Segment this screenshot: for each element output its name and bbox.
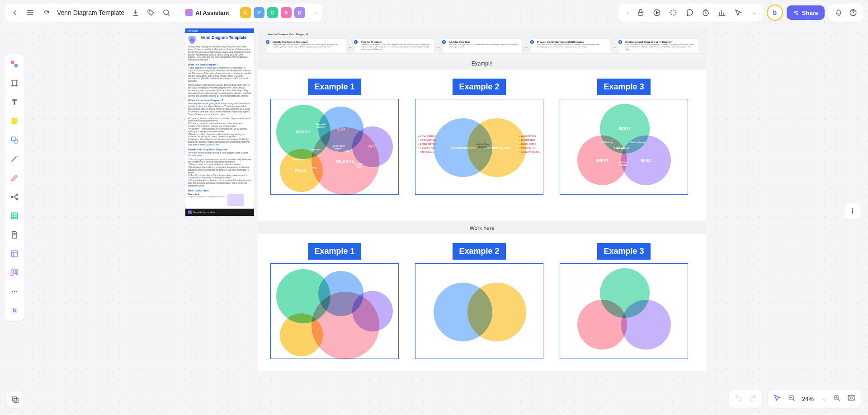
topbar: Venn Diagram Template AI Assistant A P C… (5, 4, 863, 22)
lock-icon[interactable] (637, 9, 645, 17)
layers-button[interactable] (7, 392, 24, 408)
svg-point-10 (11, 196, 13, 197)
svg-point-7 (14, 64, 18, 67)
download-icon[interactable] (132, 9, 140, 17)
kanban-icon[interactable] (9, 267, 20, 278)
step-card[interactable]: 3Add the Data SetsNext step, insert your… (443, 39, 522, 53)
mindmap-icon[interactable] (9, 191, 20, 202)
overlap-mid: Loves a Fiery Approach (473, 143, 491, 148)
chevron-left-icon[interactable]: ‹ (314, 9, 316, 16)
tag-icon[interactable] (147, 9, 155, 17)
circle[interactable] (280, 313, 323, 356)
circle-email[interactable]: EMAIL (280, 149, 323, 192)
example-label[interactable]: Example 3 (597, 243, 650, 260)
doc-panel[interactable]: Template Venn Diagram Template Among man… (185, 28, 254, 216)
svg-text:b: b (13, 308, 16, 313)
svg-point-12 (16, 198, 18, 200)
example-label[interactable]: Example 2 (453, 79, 505, 95)
menu-icon[interactable] (26, 9, 34, 17)
circle[interactable] (311, 292, 379, 359)
svg-rect-24 (14, 398, 18, 402)
topbar-right: › ⌄ b Share (618, 4, 863, 22)
arrow-icon: → (613, 46, 616, 50)
fit-icon[interactable] (847, 394, 855, 404)
template-icon[interactable] (9, 248, 20, 259)
example-section[interactable]: Example Example 1 SOCIAL SEO PPC WEBSITE… (258, 58, 706, 220)
arrow-icon: → (348, 46, 352, 50)
frame-icon[interactable] (9, 78, 20, 89)
avatar[interactable]: P (254, 7, 264, 18)
pointer-icon[interactable] (773, 394, 781, 404)
doc-icon[interactable] (9, 229, 20, 240)
example-label[interactable]: Example 1 (308, 243, 361, 260)
chevron-right-icon[interactable]: › (627, 9, 628, 16)
chevron-down-icon[interactable]: ⌄ (752, 9, 757, 16)
shapes-icon[interactable] (9, 59, 20, 70)
step-card[interactable]: 1Identify the Data to RepresentIdentify … (267, 39, 346, 53)
avatar[interactable]: S (281, 7, 292, 18)
venn-box-3[interactable]: BODY SPIRIT MIND BALANCE Self healing He… (560, 99, 688, 195)
connector-icon[interactable] (9, 154, 20, 164)
share-button[interactable]: Share (787, 5, 825, 20)
overlap-s2: Keywords (311, 148, 321, 151)
venn-blank-3[interactable] (560, 263, 688, 359)
pen-icon[interactable] (9, 173, 20, 183)
zoom-out-icon[interactable] (788, 394, 796, 404)
arrow-icon: → (524, 46, 528, 50)
example-label[interactable]: Example 1 (308, 79, 361, 95)
circle[interactable] (621, 300, 671, 350)
avatar[interactable]: C (267, 7, 278, 18)
undo-icon[interactable] (734, 394, 742, 404)
chart-icon[interactable] (718, 9, 726, 17)
venn-box-2[interactable]: Egotistical Aries Domineering Leo Loves … (415, 99, 543, 195)
tool-thumb[interactable] (227, 194, 244, 206)
ai-assistant-button[interactable]: AI Assistant (185, 9, 229, 16)
work-section[interactable]: Work here Example 1 Example 2 Example 3 (258, 222, 706, 371)
steps-row[interactable]: How to Create a Venn Diagram? 1Identify … (258, 28, 708, 55)
circle[interactable] (467, 283, 526, 341)
venn-box-1[interactable]: SOCIAL SEO PPC WEBSITE EMAIL Clean code … (270, 99, 399, 195)
example-col: Example 2 (415, 243, 543, 359)
apps-icon[interactable]: b (9, 305, 20, 316)
circle-website[interactable]: WEBSITE (311, 127, 379, 195)
help-icon[interactable] (849, 9, 857, 17)
step-card[interactable]: 4Present the Similarities and Difference… (531, 39, 610, 53)
timer-icon[interactable] (702, 9, 710, 17)
sticky-icon[interactable] (9, 116, 20, 126)
doc-title[interactable]: Venn Diagram Template (57, 9, 124, 16)
example-col: Example 1 (270, 243, 399, 359)
overlap-core: Clean code content (330, 145, 348, 150)
avatar[interactable]: D (294, 7, 305, 18)
doc-p4: There are several benefits of using a Ve… (188, 152, 251, 157)
more-icon[interactable] (9, 286, 20, 297)
zoom-chev[interactable]: ⌄ (822, 396, 826, 402)
bottom-controls: 24% ⌄ (729, 390, 861, 408)
example-label[interactable]: Example 2 (453, 243, 505, 260)
circle[interactable] (577, 300, 627, 350)
avatar[interactable]: A (240, 7, 251, 18)
shape-icon[interactable] (9, 135, 20, 145)
bell-icon[interactable] (835, 9, 843, 17)
venn-blank-2[interactable] (415, 263, 543, 359)
text-icon[interactable] (9, 97, 20, 107)
svg-point-20 (16, 291, 18, 293)
zoom-value[interactable]: 24% (802, 396, 814, 402)
step-card[interactable]: 5Customize and Share the Venn DiagramCol… (619, 39, 698, 53)
history-group (729, 390, 762, 408)
table-icon[interactable] (9, 210, 20, 221)
search-icon[interactable] (162, 9, 170, 17)
redo-icon[interactable] (749, 394, 757, 404)
comment-icon[interactable] (685, 9, 693, 17)
cursor-icon[interactable] (734, 9, 742, 17)
zoom-in-icon[interactable] (833, 394, 841, 404)
svg-rect-2 (638, 12, 643, 15)
sparkle-icon[interactable] (669, 9, 677, 17)
example-label[interactable]: Example 3 (597, 79, 650, 95)
step-card[interactable]: 2Pick the TemplateDecide on the template… (355, 39, 434, 53)
play-icon[interactable] (653, 9, 661, 17)
info-button[interactable]: i (844, 203, 861, 219)
story-sub: Jump in to explore more using these fun … (188, 196, 225, 198)
logo-pill[interactable]: b (767, 5, 783, 21)
back-icon[interactable] (11, 9, 19, 17)
venn-blank-1[interactable] (270, 263, 399, 359)
